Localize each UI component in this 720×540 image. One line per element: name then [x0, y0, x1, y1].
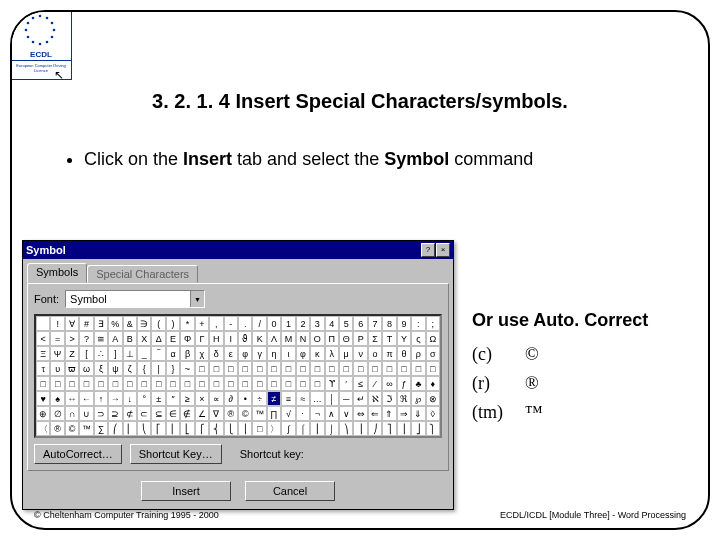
- symbol-cell[interactable]: Τ: [382, 331, 396, 346]
- symbol-cell[interactable]: □: [195, 361, 209, 376]
- symbol-cell[interactable]: ⎟: [353, 421, 367, 436]
- symbol-cell[interactable]: }: [166, 361, 180, 376]
- symbol-cell[interactable]: ⎜: [123, 421, 137, 436]
- symbol-cell[interactable]: θ: [397, 346, 411, 361]
- symbol-cell[interactable]: .: [238, 316, 252, 331]
- symbol-cell[interactable]: □: [123, 376, 137, 391]
- symbol-cell[interactable]: π: [382, 346, 396, 361]
- symbol-cell[interactable]: κ: [310, 346, 324, 361]
- symbol-cell[interactable]: ⎞: [339, 421, 353, 436]
- symbol-cell[interactable]: ±: [151, 391, 165, 406]
- symbol-cell[interactable]: ∃: [94, 316, 108, 331]
- symbol-cell[interactable]: ⎧: [195, 421, 209, 436]
- symbol-cell[interactable]: φ: [238, 346, 252, 361]
- symbol-cell[interactable]: ;: [426, 316, 440, 331]
- symbol-cell[interactable]: □: [281, 361, 295, 376]
- shortcut-key-button[interactable]: Shortcut Key…: [130, 444, 222, 464]
- symbol-cell[interactable]: ⁄: [368, 376, 382, 391]
- symbol-cell[interactable]: □: [166, 376, 180, 391]
- symbol-cell[interactable]: 〈: [36, 421, 50, 436]
- symbol-cell[interactable]: □: [252, 376, 266, 391]
- symbol-cell[interactable]: Ζ: [65, 346, 79, 361]
- symbol-cell[interactable]: ♠: [50, 391, 64, 406]
- symbol-cell[interactable]: Μ: [281, 331, 295, 346]
- symbol-cell[interactable]: □: [310, 376, 324, 391]
- symbol-cell[interactable]: Ι: [224, 331, 238, 346]
- symbol-cell[interactable]: □: [224, 361, 238, 376]
- symbol-cell[interactable]: χ: [195, 346, 209, 361]
- symbol-cell[interactable]: °: [137, 391, 151, 406]
- symbol-cell[interactable]: □: [108, 376, 122, 391]
- symbol-cell[interactable]: -: [224, 316, 238, 331]
- symbol-cell[interactable]: ⌡: [325, 421, 339, 436]
- symbol-cell[interactable]: {: [137, 361, 151, 376]
- symbol-cell[interactable]: □: [411, 361, 425, 376]
- symbol-cell[interactable]: ≠: [267, 391, 281, 406]
- symbol-cell[interactable]: ℵ: [368, 391, 382, 406]
- symbol-cell[interactable]: □: [281, 376, 295, 391]
- symbol-cell[interactable]: →: [108, 391, 122, 406]
- symbol-cell[interactable]: ↑: [94, 391, 108, 406]
- symbol-cell[interactable]: □: [368, 361, 382, 376]
- symbol-cell[interactable]: Η: [209, 331, 223, 346]
- symbol-cell[interactable]: ƒ: [397, 376, 411, 391]
- symbol-cell[interactable]: ζ: [123, 361, 137, 376]
- symbol-cell[interactable]: ∇: [209, 406, 223, 421]
- symbol-cell[interactable]: ⊂: [137, 406, 151, 421]
- symbol-cell[interactable]: ©: [238, 406, 252, 421]
- symbol-cell[interactable]: □: [339, 361, 353, 376]
- dialog-titlebar[interactable]: Symbol ? ×: [23, 241, 453, 259]
- symbol-cell[interactable]: □: [267, 376, 281, 391]
- symbol-cell[interactable]: ⊆: [151, 406, 165, 421]
- symbol-cell[interactable]: ⎫: [426, 421, 440, 436]
- symbol-cell[interactable]: ♦: [426, 376, 440, 391]
- symbol-cell[interactable]: ⎠: [368, 421, 382, 436]
- symbol-cell[interactable]: □: [195, 376, 209, 391]
- symbol-cell[interactable]: ⎩: [224, 421, 238, 436]
- symbol-grid[interactable]: !∀#∃%&∋()*+,-./0123456789:;<=>?≅ΑΒΧΔΕΦΓΗ…: [34, 314, 442, 438]
- symbol-cell[interactable]: ◊: [426, 406, 440, 421]
- symbol-cell[interactable]: ¬: [310, 406, 324, 421]
- symbol-cell[interactable]: ∪: [79, 406, 93, 421]
- symbol-cell[interactable]: Ε: [166, 331, 180, 346]
- symbol-cell[interactable]: ∞: [382, 376, 396, 391]
- symbol-cell[interactable]: ∅: [50, 406, 64, 421]
- symbol-cell[interactable]: η: [267, 346, 281, 361]
- symbol-cell[interactable]: Α: [108, 331, 122, 346]
- symbol-cell[interactable]: 1: [281, 316, 295, 331]
- symbol-cell[interactable]: ↵: [353, 391, 367, 406]
- chevron-down-icon[interactable]: ▼: [190, 291, 204, 307]
- close-button[interactable]: ×: [436, 243, 450, 257]
- symbol-cell[interactable]: ⇓: [411, 406, 425, 421]
- symbol-cell[interactable]: ⊥: [123, 346, 137, 361]
- symbol-cell[interactable]: ‾: [151, 346, 165, 361]
- symbol-cell[interactable]: ~: [180, 361, 194, 376]
- symbol-cell[interactable]: ψ: [108, 361, 122, 376]
- symbol-cell[interactable]: □: [209, 361, 223, 376]
- symbol-cell[interactable]: 6: [353, 316, 367, 331]
- symbol-cell[interactable]: 5: [339, 316, 353, 331]
- autocorrect-button[interactable]: AutoCorrect…: [34, 444, 122, 464]
- symbol-cell[interactable]: □: [224, 376, 238, 391]
- symbol-cell[interactable]: ∀: [65, 316, 79, 331]
- symbol-cell[interactable]: □: [209, 376, 223, 391]
- symbol-cell[interactable]: ≥: [180, 391, 194, 406]
- symbol-cell[interactable]: ⇐: [368, 406, 382, 421]
- symbol-cell[interactable]: ″: [166, 391, 180, 406]
- symbol-cell[interactable]: Φ: [180, 331, 194, 346]
- symbol-cell[interactable]: ⌠: [296, 421, 310, 436]
- symbol-cell[interactable]: □: [267, 361, 281, 376]
- symbol-cell[interactable]: Ξ: [36, 346, 50, 361]
- symbol-cell[interactable]: β: [180, 346, 194, 361]
- symbol-cell[interactable]: 4: [325, 316, 339, 331]
- symbol-cell[interactable]: ⎝: [137, 421, 151, 436]
- symbol-cell[interactable]: [36, 316, 50, 331]
- symbol-cell[interactable]: ÷: [252, 391, 266, 406]
- symbol-cell[interactable]: ™: [79, 421, 93, 436]
- symbol-cell[interactable]: ⋅: [296, 406, 310, 421]
- help-button[interactable]: ?: [421, 243, 435, 257]
- symbol-cell[interactable]: □: [79, 376, 93, 391]
- symbol-cell[interactable]: □: [137, 376, 151, 391]
- symbol-cell[interactable]: ⎛: [108, 421, 122, 436]
- symbol-cell[interactable]: Θ: [339, 331, 353, 346]
